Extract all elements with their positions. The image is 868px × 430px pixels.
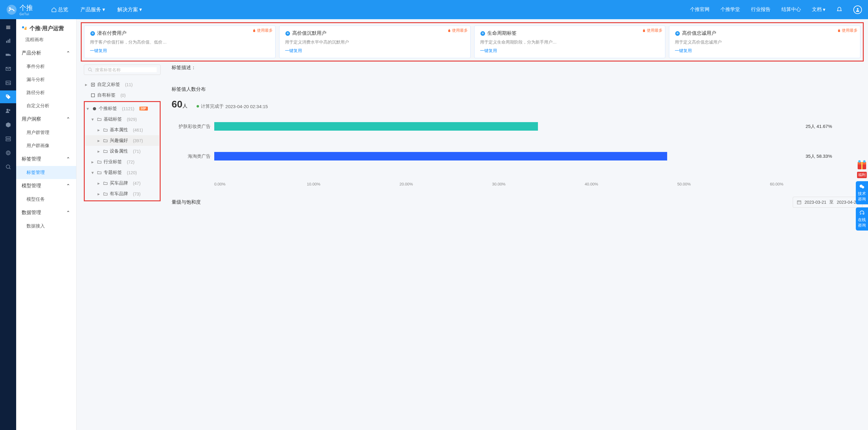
tree-buy-car[interactable]: ▸买车品牌 (47) — [85, 178, 159, 189]
svg-rect-8 — [9, 39, 10, 43]
tree-device[interactable]: ▸设备属性 (71) — [85, 146, 159, 157]
hamburger-toggle[interactable] — [0, 22, 16, 33]
tree-custom-tags[interactable]: ▸自定义标签 (11) — [84, 79, 161, 90]
hot-card-lifecycle[interactable]: 使用最多 生命周期标签 用于定义生命周期阶段，分为新手用户… 一键复用 — [474, 26, 665, 58]
nav-solutions[interactable]: 解决方案 ▾ — [117, 6, 142, 13]
total-count: 60 — [172, 99, 183, 110]
copy-link[interactable]: 一键复用 — [90, 48, 270, 54]
rail-mail[interactable] — [0, 62, 16, 75]
svg-point-49 — [863, 160, 866, 163]
flame-icon — [252, 28, 256, 33]
tree-industry-tags[interactable]: ▸行业标签 (72) — [85, 157, 159, 167]
nav-overview[interactable]: 总览 — [51, 6, 68, 13]
hot-card-high-value-silent[interactable]: 使用最多 高价值沉默用户 用于定义消费水平中高的沉默用户 一键复用 — [279, 26, 471, 58]
nav-user-group-mgmt[interactable]: 用户群管理 — [16, 126, 76, 139]
welfare-button[interactable]: 福利 — [856, 158, 868, 178]
svg-rect-39 — [91, 94, 95, 97]
float-buttons: 福利 技术咨询 在线咨询 — [856, 158, 868, 231]
bar-row-skincare: 护肤彩妆类广告 25人 41.67% — [172, 122, 863, 131]
tech-consult-button[interactable]: 技术咨询 — [856, 181, 868, 204]
hot-card-potential-paying[interactable]: 使用最多 潜在付费用户 用于客户价值打标，分为高价值、低价… 一键复用 — [84, 26, 276, 58]
logo-text: 个推 — [20, 3, 33, 12]
link-docs[interactable]: 文档 ▾ — [812, 6, 825, 13]
gift-icon — [856, 158, 868, 170]
nav-custom-analysis[interactable]: 自定义分析 — [16, 99, 76, 112]
nav-data-ingest[interactable]: 数据接入 — [16, 220, 76, 233]
link-report[interactable]: 行业报告 — [751, 6, 771, 13]
tag-tree-panel: ▸自定义标签 (11) 自有标签 (0) ▾个推标签 (1121) VIP ▾基… — [82, 65, 162, 208]
rail-box[interactable] — [0, 119, 16, 131]
hot-card-high-value-loyal[interactable]: 使用最多 高价值忠诚用户 用于定义高价值忠诚用户 一键复用 — [669, 26, 860, 58]
nav-model-task[interactable]: 模型任务 — [16, 193, 76, 206]
tree-topic-tags[interactable]: ▾专题标签 (120) — [85, 167, 159, 178]
link-official[interactable]: 个推官网 — [690, 6, 710, 13]
top-header: 个推 GeTui 总览 产品服务 ▾ 解决方案 ▾ 个推官网 个推学堂 行业报告… — [0, 0, 868, 19]
link-school[interactable]: 个推学堂 — [720, 6, 740, 13]
tree-own-car[interactable]: ▸有车品牌 (73) — [85, 189, 159, 199]
list-icon — [90, 31, 95, 36]
svg-rect-28 — [287, 33, 289, 33]
nav-event-analysis[interactable]: 事件分析 — [16, 60, 76, 73]
flame-icon — [837, 28, 841, 33]
nav-products[interactable]: 产品服务 ▾ — [81, 6, 105, 13]
rail-tag[interactable] — [0, 91, 16, 103]
search-circle-icon — [5, 164, 11, 170]
logo-icon — [6, 4, 17, 15]
nav-group-insight[interactable]: 用户洞察⌃ — [16, 112, 76, 126]
svg-rect-16 — [6, 139, 10, 141]
user-avatar[interactable] — [854, 5, 862, 14]
wechat-icon — [859, 184, 865, 190]
svg-rect-23 — [26, 27, 27, 30]
rail-delivery[interactable] — [0, 48, 16, 61]
svg-point-18 — [7, 152, 9, 154]
copy-link[interactable]: 一键复用 — [480, 48, 660, 54]
image-icon — [5, 80, 11, 86]
notification-bell[interactable] — [836, 7, 842, 13]
bar-fill — [214, 122, 538, 131]
bar-chart: 护肤彩妆类广告 25人 41.67% 海淘类广告 35人 58.33% 0.00… — [172, 122, 863, 186]
tree-interest[interactable]: ▸兴趣偏好 (397) — [85, 135, 159, 146]
rail-image[interactable] — [0, 76, 16, 89]
folder-icon — [103, 128, 108, 132]
folder-icon — [103, 149, 108, 154]
copy-link[interactable]: 一键复用 — [675, 48, 855, 54]
saturation-label: 量级与饱和度 — [172, 199, 201, 205]
online-consult-button[interactable]: 在线咨询 — [856, 207, 868, 231]
svg-point-36 — [88, 68, 91, 71]
folder-icon — [103, 138, 108, 143]
rail-users[interactable] — [0, 104, 16, 117]
caret-down-icon: ▾ — [87, 106, 90, 111]
nav-group-tag[interactable]: 标签管理⌃ — [16, 152, 76, 166]
copy-link[interactable]: 一键复用 — [285, 48, 465, 54]
logo[interactable]: 个推 GeTui — [6, 3, 33, 16]
server-icon — [5, 136, 11, 142]
link-settlement[interactable]: 结算中心 — [781, 6, 801, 13]
nav-group-model[interactable]: 模型管理⌃ — [16, 179, 76, 193]
date-range-picker[interactable]: 2023-03-21 至 2023-04-20 — [793, 197, 863, 208]
nav-path-analysis[interactable]: 路径分析 — [16, 86, 76, 99]
tree-basic-attr[interactable]: ▸基本属性 (461) — [85, 125, 159, 135]
getui-icon — [92, 106, 97, 111]
users-icon — [5, 108, 11, 114]
nav-flow-canvas[interactable]: 流程画布 — [16, 36, 76, 46]
tag-icon — [5, 94, 11, 100]
tag-search-input[interactable] — [95, 67, 157, 72]
custom-tag-icon — [91, 82, 95, 87]
tree-getui-tags[interactable]: ▾个推标签 (1121) VIP — [85, 103, 159, 114]
nav-tag-mgmt[interactable]: 标签管理 — [16, 166, 76, 179]
rail-server[interactable] — [0, 132, 16, 145]
tree-basic-tags[interactable]: ▾基础标签 (929) — [85, 114, 159, 125]
svg-rect-22 — [25, 28, 26, 30]
tree-own-tags[interactable]: 自有标签 (0) — [84, 90, 161, 100]
rail-analytics[interactable] — [0, 34, 16, 47]
nav-user-portrait[interactable]: 用户群画像 — [16, 139, 76, 152]
folder-icon — [97, 117, 102, 122]
nav-funnel-analysis[interactable]: 漏斗分析 — [16, 73, 76, 86]
svg-point-1 — [9, 7, 11, 8]
folder-icon — [103, 181, 108, 186]
rail-fingerprint[interactable] — [0, 146, 16, 159]
nav-group-data[interactable]: 数据管理⌃ — [16, 206, 76, 220]
rail-search[interactable] — [0, 161, 16, 173]
tag-search[interactable] — [84, 65, 161, 75]
nav-group-product[interactable]: 产品分析⌃ — [16, 46, 76, 60]
